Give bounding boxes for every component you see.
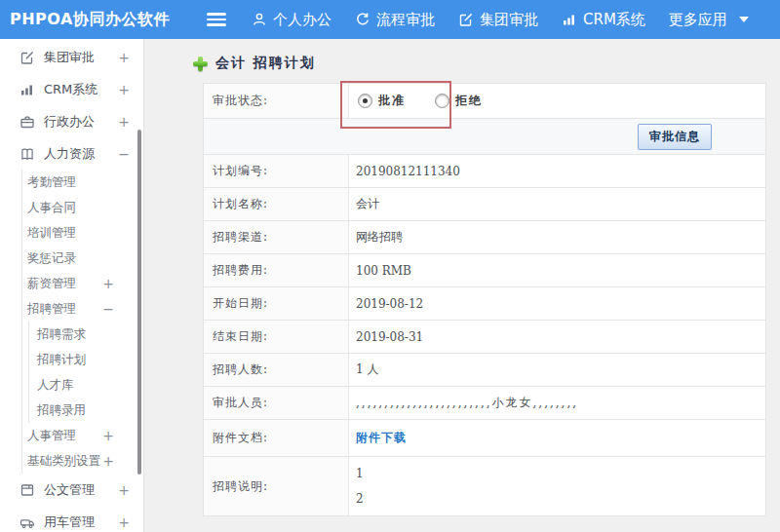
sidebar-item-label: 人力资源 [44,145,95,163]
nav-crm-system[interactable]: CRM系统 [562,11,645,29]
sidebar-item-base-category[interactable]: 基础类别设置 + [22,448,143,474]
sidebar: 集团审批 + CRM系统 + 行政办公 + 人力资源 − 考 [0,39,144,532]
recruitment-submenu: 招聘需求 招聘计划 人才库 招聘录用 [28,322,143,423]
form-row-recruit-channel: 招聘渠道: 网络招聘 [204,221,765,254]
form-row-approval-button: 审批信息 [204,119,765,155]
sidebar-item-talent-pool[interactable]: 人才库 [29,372,143,398]
field-label: 招聘渠道: [204,221,349,253]
field-value: 1 人 [349,354,765,386]
field-label: 结束日期: [204,321,349,353]
sidebar-item-label: 行政办公 [44,113,95,131]
radio-reject-label: 拒绝 [455,93,483,109]
sidebar-item-label: CRM系统 [44,81,98,98]
expand-plus-icon[interactable]: + [102,276,114,291]
sidebar-item-recruitment[interactable]: 招聘管理 − [22,296,143,322]
sidebar-item-recruit-plan[interactable]: 招聘计划 [29,347,143,372]
sidebar-item-hr-contract[interactable]: 人事合同 [22,195,143,220]
radio-approve[interactable] [358,94,372,108]
expand-plus-icon[interactable]: + [102,453,114,469]
nav-label: 集团审批 [480,11,538,29]
sidebar-item-label: 人事管理 [27,428,76,444]
sidebar-item-label: 基础类别设置 [27,453,100,470]
expand-plus-icon[interactable]: + [118,514,130,530]
sidebar-item-crm[interactable]: CRM系统 + [0,73,143,105]
page-title: 会计 招聘计划 [193,53,780,74]
chart-icon [20,82,35,97]
expand-plus-icon[interactable]: + [102,428,114,443]
expand-plus-icon[interactable]: + [118,114,130,130]
sidebar-item-label: 奖惩记录 [27,250,76,267]
form-row-status: 审批状态: 批准 拒绝 [204,84,765,119]
field-value: 2019-08-31 [349,321,765,353]
hr-submenu: 考勤管理 人事合同 培训管理 奖惩记录 薪资管理 + 招聘管理 − 招聘需求 [21,170,143,474]
sidebar-item-label: 人事合同 [27,200,76,216]
description-line: 1 [356,467,364,480]
sidebar-item-label: 考勤管理 [27,174,76,191]
form-row-end-date: 结束日期: 2019-08-31 [204,321,765,354]
nav-label: CRM系统 [583,11,645,29]
sidebar-item-human-resources[interactable]: 人力资源 − [0,137,143,170]
sidebar-item-group-approval[interactable]: 集团审批 + [0,41,143,73]
nav-more-apps[interactable]: 更多应用 [669,11,749,29]
form-row-recruit-cost: 招聘费用: 100 RMB [204,254,765,287]
briefcase-icon [20,114,35,130]
expand-plus-icon[interactable]: + [118,50,130,65]
sidebar-item-label: 公文管理 [44,481,95,499]
expand-plus-icon[interactable]: + [118,82,130,97]
field-label: 招聘费用: [204,254,349,286]
nav-label: 个人办公 [273,11,332,29]
hamburger-menu-icon[interactable] [207,10,226,29]
form-row-approvers: 审批人员: ,,,,,,,,,,,,,,,,,,,,,,,,小龙女,,,,,,,… [204,387,765,420]
user-icon [252,12,267,27]
field-label: 附件文档: [204,420,349,456]
app-logo: PHPOA协同办公软件 [0,10,156,30]
top-nav: 个人办公 流程审批 集团审批 CRM系统 更多应用 [252,11,749,29]
plus-icon [193,57,208,71]
main-content: 会计 招聘计划 审批状态: 批准 拒绝 审批信息 计划编号: 201908121… [144,39,780,532]
sidebar-item-label: 招聘录用 [37,402,86,419]
field-value: 100 RMB [349,254,765,286]
sidebar-item-training[interactable]: 培训管理 [22,220,143,246]
document-icon [20,482,35,498]
field-label: 审批状态: [204,84,349,118]
sidebar-item-attendance[interactable]: 考勤管理 [22,170,143,195]
field-label: 计划名称: [204,188,349,220]
form-row-headcount: 招聘人数: 1 人 [204,354,765,387]
sidebar-item-reward-punish[interactable]: 奖惩记录 [22,246,143,271]
sidebar-item-label: 薪资管理 [27,276,76,292]
sidebar-item-official-doc[interactable]: 公文管理 + [0,474,143,506]
sidebar-item-recruit-hire[interactable]: 招聘录用 [29,398,143,423]
field-value: ,,,,,,,,,,,,,,,,,,,,,,,,小龙女,,,,,,,, [349,387,765,419]
collapse-minus-icon[interactable]: − [118,146,130,162]
nav-process-approval[interactable]: 流程审批 [355,11,435,29]
nav-personal-office[interactable]: 个人办公 [252,11,332,29]
field-label: 招聘人数: [204,354,349,386]
radio-approve-label: 批准 [378,93,406,109]
approval-info-button[interactable]: 审批信息 [638,124,712,150]
book-icon [20,146,35,162]
field-value: 2019-08-12 [349,287,765,320]
top-header: PHPOA协同办公软件 个人办公 流程审批 集团审批 CRM系统 [0,0,780,39]
edit-icon [20,50,35,65]
nav-label: 更多应用 [669,11,727,29]
field-label: 招聘说明: [204,457,349,515]
field-label: 审批人员: [204,387,349,419]
sidebar-item-personnel[interactable]: 人事管理 + [22,423,143,448]
attachment-download-link[interactable]: 附件下载 [356,430,407,446]
sidebar-item-label: 招聘需求 [37,326,86,343]
chart-icon [562,12,577,27]
sidebar-item-admin-office[interactable]: 行政办公 + [0,105,143,137]
sidebar-item-recruit-demand[interactable]: 招聘需求 [29,322,143,347]
sidebar-scrollbar[interactable] [137,130,141,475]
form-row-attachment: 附件文档: 附件下载 [204,420,765,457]
sidebar-item-vehicle[interactable]: 用车管理 + [0,506,143,532]
expand-plus-icon[interactable]: + [118,482,130,498]
field-label: 开始日期: [204,287,349,320]
collapse-minus-icon[interactable]: − [102,301,114,317]
field-label: 计划编号: [204,155,349,187]
sidebar-item-salary[interactable]: 薪资管理 + [22,271,143,296]
sidebar-item-label: 集团审批 [44,49,95,66]
form-row-description: 招聘说明: 1 2 [204,457,765,515]
nav-group-approval[interactable]: 集团审批 [458,11,538,29]
radio-reject[interactable] [435,94,449,108]
